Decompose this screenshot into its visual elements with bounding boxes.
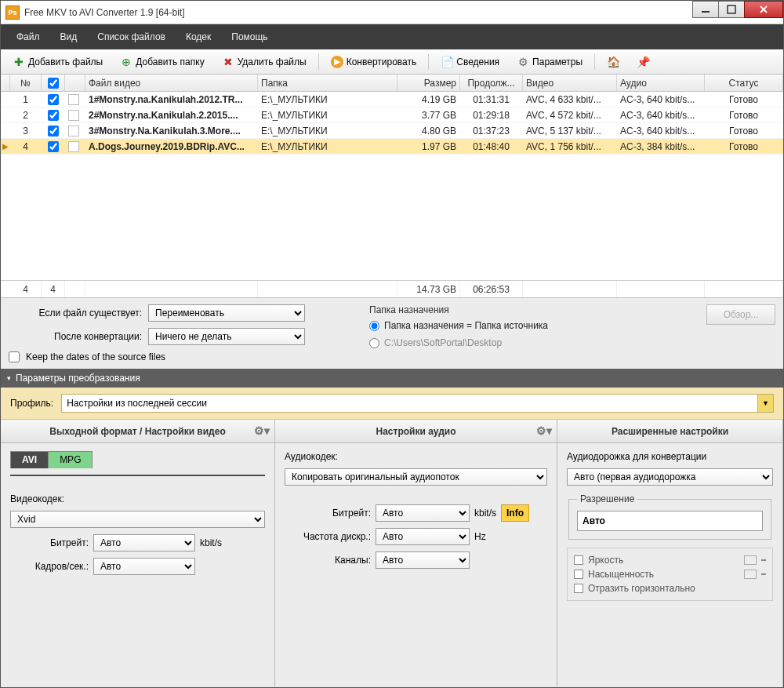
col-folder[interactable]: Папка <box>258 75 397 91</box>
delete-files-button[interactable]: ✖Удалить файлы <box>215 52 314 72</box>
convert-button[interactable]: ▶Конвертировать <box>324 52 424 72</box>
brightness-row[interactable]: Яркость <box>574 553 766 567</box>
menu-view[interactable]: Вид <box>51 27 87 47</box>
vcodec-select[interactable]: Xvid <box>10 511 265 528</box>
after-conv-select[interactable]: Ничего не делать <box>148 328 305 345</box>
row-checkbox[interactable] <box>48 126 59 137</box>
params-button[interactable]: ⚙Параметры <box>510 52 590 72</box>
cell-size: 3.77 GB <box>397 110 460 121</box>
col-num[interactable]: № <box>10 75 42 91</box>
vbitrate-label: Битрейт: <box>10 537 89 548</box>
row-checkbox[interactable] <box>48 110 59 121</box>
col-video[interactable]: Видео <box>523 75 617 91</box>
convert-icon: ▶ <box>331 56 343 68</box>
audio-pane: Настройки аудио⚙▾ Аудиокодек: Копировать… <box>275 420 557 687</box>
row-checkbox[interactable] <box>48 94 59 105</box>
options-area: Если файл существует: Переименовать Посл… <box>1 297 783 369</box>
total-duration: 06:26:53 <box>460 281 523 297</box>
audio-pane-title: Настройки аудио⚙▾ <box>275 420 557 443</box>
freq-select[interactable]: Авто <box>376 528 470 545</box>
cell-audio: AC-3, 640 kbit/s... <box>617 126 705 137</box>
col-status[interactable]: Статус <box>705 75 783 91</box>
advanced-pane-title: Расширенные настройки <box>557 420 782 443</box>
gear-icon[interactable]: ⚙▾ <box>536 424 552 437</box>
acodec-select[interactable]: Копировать оригинальный аудиопоток <box>285 468 547 486</box>
window-title: Free MKV to AVI Converter 1.9 [64-bit] <box>24 7 185 18</box>
channels-select[interactable]: Авто <box>376 551 470 569</box>
video-pane: Выходной формат / Настройки видео⚙▾ AVI … <box>1 420 275 687</box>
vcodec-label: Видеокодек: <box>10 493 265 504</box>
cell-folder: E:\_МУЛЬТИКИ <box>258 94 397 105</box>
info-button[interactable]: 📄Сведения <box>434 52 506 72</box>
abitrate-select[interactable]: Авто <box>376 504 470 522</box>
col-check[interactable] <box>42 75 65 91</box>
chevron-down-icon: ▼ <box>757 395 773 412</box>
collapse-icon: ▾ <box>7 374 11 382</box>
dest-custom-radio[interactable] <box>369 338 379 348</box>
conversion-params-header[interactable]: ▾Параметры преобразования <box>1 369 783 388</box>
vbitrate-select[interactable]: Авто <box>93 534 195 551</box>
minimize-button[interactable] <box>692 1 719 18</box>
table-row[interactable]: 11#Monstry.na.Kanikulah.2012.TR...E:\_МУ… <box>1 92 783 107</box>
check-all[interactable] <box>48 78 59 89</box>
if-exists-label: Если файл существует: <box>9 308 142 319</box>
if-exists-select[interactable]: Переименовать <box>148 304 305 322</box>
col-file[interactable]: Файл видео <box>85 75 258 91</box>
track-select[interactable]: Авто (первая аудиодорожка <box>567 468 773 486</box>
cell-video: AVC, 4 572 kbit/... <box>523 110 617 121</box>
channels-label: Каналы: <box>285 555 371 566</box>
track-label: Аудиодорожка для конвертации <box>567 451 773 462</box>
settings-panels: Выходной формат / Настройки видео⚙▾ AVI … <box>1 420 783 687</box>
home-button[interactable]: 🏠 <box>600 52 626 72</box>
app-window: Ps Free MKV to AVI Converter 1.9 [64-bit… <box>0 0 784 688</box>
file-icon <box>68 141 79 152</box>
profile-label: Профиль: <box>10 398 53 409</box>
fps-label: Кадров/сек.: <box>10 561 89 572</box>
dest-custom-label: C:\Users\SoftPortal\Desktop <box>384 337 502 348</box>
gear-icon[interactable]: ⚙▾ <box>254 424 270 437</box>
toolbar: ✚Добавить файлы ⊕Добавить папку ✖Удалить… <box>1 49 783 75</box>
col-duration[interactable]: Продолж... <box>460 75 523 91</box>
app-icon: Ps <box>5 5 20 20</box>
keep-dates-checkbox[interactable] <box>9 351 20 362</box>
resolution-fieldset: Разрешение Авто <box>568 493 771 540</box>
dest-same-radio[interactable] <box>369 321 379 331</box>
menu-filelist[interactable]: Список файлов <box>88 27 175 47</box>
row-checkbox[interactable] <box>48 141 59 152</box>
cell-status: Готово <box>705 94 783 105</box>
info-badge[interactable]: Info <box>501 504 529 522</box>
menu-file[interactable]: Файл <box>7 27 49 47</box>
close-button[interactable] <box>744 1 783 18</box>
titlebar: Ps Free MKV to AVI Converter 1.9 [64-bit… <box>1 1 783 24</box>
grid-body[interactable]: 11#Monstry.na.Kanikulah.2012.TR...E:\_МУ… <box>1 92 783 280</box>
cell-folder: E:\_МУЛЬТИКИ <box>258 110 397 121</box>
add-files-button[interactable]: ✚Добавить файлы <box>5 52 110 72</box>
pin-button[interactable]: 📌 <box>630 52 656 72</box>
col-audio[interactable]: Аудио <box>617 75 705 91</box>
menu-codec[interactable]: Кодек <box>176 27 220 47</box>
flip-row[interactable]: Отразить горизонтально <box>574 581 766 595</box>
maximize-button[interactable] <box>718 1 745 18</box>
table-row[interactable]: 33#Monstry.Na.Kanikulah.3.More....E:\_МУ… <box>1 123 783 139</box>
menu-help[interactable]: Помощь <box>222 27 277 47</box>
table-row[interactable]: ▶4A.Dogs.Journey.2019.BDRip.AVC...E:\_МУ… <box>1 139 783 155</box>
cell-status: Готово <box>705 110 783 121</box>
tab-avi[interactable]: AVI <box>10 451 49 468</box>
cell-video: AVC, 5 137 kbit/... <box>523 126 617 137</box>
browse-button[interactable]: Обзор... <box>706 304 775 325</box>
col-size[interactable]: Размер <box>397 75 460 91</box>
cell-audio: AC-3, 384 kbit/s... <box>617 141 705 152</box>
totals-row: 4 4 14.73 GB 06:26:53 <box>1 280 783 297</box>
add-folder-button[interactable]: ⊕Добавить папку <box>113 52 211 72</box>
fps-select[interactable]: Авто <box>93 558 195 575</box>
table-row[interactable]: 22#Monstry.na.Kanikulah.2.2015....E:\_МУ… <box>1 107 783 123</box>
cell-size: 1.97 GB <box>397 141 460 152</box>
resolution-value[interactable]: Авто <box>577 511 763 531</box>
resolution-legend: Разрешение <box>577 493 637 504</box>
profile-select[interactable]: Настройки из последней сессии ▼ <box>61 394 774 413</box>
file-icon <box>68 110 79 121</box>
tab-mpg[interactable]: MPG <box>48 451 93 468</box>
saturation-row[interactable]: Насыщенность <box>574 567 766 581</box>
cell-size: 4.19 GB <box>397 94 460 105</box>
add-files-icon: ✚ <box>13 56 25 68</box>
